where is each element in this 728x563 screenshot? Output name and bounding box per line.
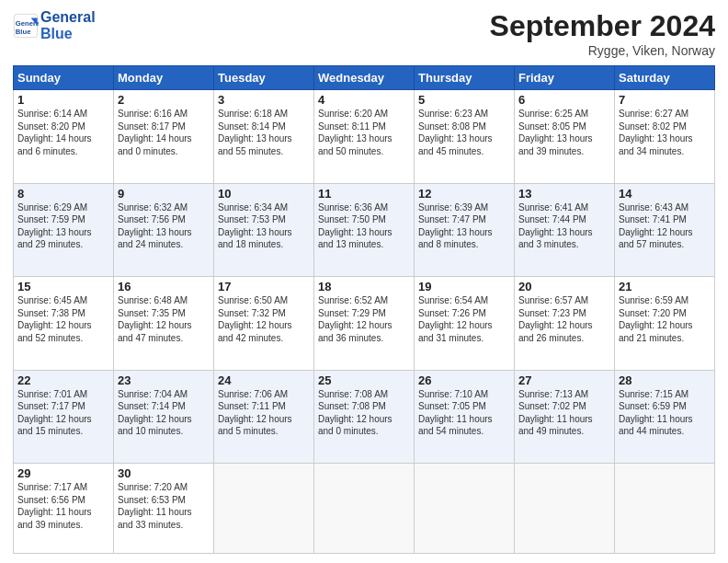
logo-text-general: General	[40, 9, 96, 26]
calendar-cell: 3Sunrise: 6:18 AMSunset: 8:14 PMDaylight…	[214, 90, 314, 184]
col-header-saturday: Saturday	[615, 66, 715, 90]
calendar-cell: 27Sunrise: 7:13 AMSunset: 7:02 PMDayligh…	[515, 370, 615, 464]
calendar-cell: 20Sunrise: 6:57 AMSunset: 7:23 PMDayligh…	[515, 277, 615, 371]
col-header-monday: Monday	[114, 66, 214, 90]
col-header-sunday: Sunday	[14, 66, 114, 90]
calendar-cell: 12Sunrise: 6:39 AMSunset: 7:47 PMDayligh…	[415, 183, 515, 277]
day-number: 9	[118, 187, 210, 201]
calendar-cell: 1Sunrise: 6:14 AMSunset: 8:20 PMDaylight…	[14, 90, 114, 184]
cell-info: Sunrise: 6:36 AMSunset: 7:50 PMDaylight:…	[318, 201, 410, 251]
cell-info: Sunrise: 7:15 AMSunset: 6:59 PMDaylight:…	[619, 388, 711, 438]
calendar-cell: 17Sunrise: 6:50 AMSunset: 7:32 PMDayligh…	[214, 277, 314, 371]
day-number: 3	[218, 93, 310, 107]
day-number: 22	[17, 373, 109, 387]
day-number: 25	[318, 373, 410, 387]
cell-info: Sunrise: 6:41 AMSunset: 7:44 PMDaylight:…	[518, 201, 610, 251]
cell-info: Sunrise: 6:25 AMSunset: 8:05 PMDaylight:…	[518, 108, 610, 157]
calendar-cell: 22Sunrise: 7:01 AMSunset: 7:17 PMDayligh…	[14, 370, 114, 464]
cell-info: Sunrise: 6:20 AMSunset: 8:11 PMDaylight:…	[318, 108, 410, 157]
calendar-cell: 28Sunrise: 7:15 AMSunset: 6:59 PMDayligh…	[615, 370, 715, 464]
calendar-cell: 14Sunrise: 6:43 AMSunset: 7:41 PMDayligh…	[615, 183, 715, 277]
col-header-thursday: Thursday	[415, 66, 515, 90]
calendar-cell: 18Sunrise: 6:52 AMSunset: 7:29 PMDayligh…	[314, 277, 415, 371]
calendar-cell: 21Sunrise: 6:59 AMSunset: 7:20 PMDayligh…	[615, 277, 715, 371]
cell-info: Sunrise: 6:32 AMSunset: 7:56 PMDaylight:…	[118, 201, 210, 251]
day-number: 27	[518, 373, 610, 387]
cell-info: Sunrise: 6:34 AMSunset: 7:53 PMDaylight:…	[218, 201, 310, 251]
calendar-cell: 16Sunrise: 6:48 AMSunset: 7:35 PMDayligh…	[114, 277, 214, 371]
day-number: 4	[318, 93, 410, 107]
day-number: 18	[318, 280, 410, 293]
day-number: 21	[619, 280, 711, 293]
calendar-cell: 30Sunrise: 7:20 AMSunset: 6:53 PMDayligh…	[114, 464, 214, 554]
calendar-cell	[415, 464, 515, 554]
cell-info: Sunrise: 6:39 AMSunset: 7:47 PMDaylight:…	[418, 201, 510, 251]
day-number: 28	[619, 373, 711, 387]
day-number: 30	[118, 466, 210, 480]
day-number: 15	[17, 280, 109, 293]
day-number: 8	[17, 187, 109, 201]
calendar-cell: 9Sunrise: 6:32 AMSunset: 7:56 PMDaylight…	[114, 183, 214, 277]
calendar-cell: 4Sunrise: 6:20 AMSunset: 8:11 PMDaylight…	[314, 90, 415, 184]
calendar-cell: 6Sunrise: 6:25 AMSunset: 8:05 PMDaylight…	[515, 90, 615, 184]
cell-info: Sunrise: 6:59 AMSunset: 7:20 PMDaylight:…	[619, 294, 711, 344]
calendar-cell	[314, 464, 415, 554]
day-number: 7	[619, 93, 711, 107]
cell-info: Sunrise: 7:13 AMSunset: 7:02 PMDaylight:…	[518, 388, 610, 438]
cell-info: Sunrise: 7:08 AMSunset: 7:08 PMDaylight:…	[318, 388, 410, 438]
cell-info: Sunrise: 7:20 AMSunset: 6:53 PMDaylight:…	[118, 481, 210, 531]
svg-text:Blue: Blue	[16, 28, 31, 36]
cell-info: Sunrise: 6:50 AMSunset: 7:32 PMDaylight:…	[218, 294, 310, 344]
col-header-wednesday: Wednesday	[314, 66, 415, 90]
day-number: 23	[118, 373, 210, 387]
day-number: 16	[118, 280, 210, 293]
calendar-cell	[214, 464, 314, 554]
cell-info: Sunrise: 7:04 AMSunset: 7:14 PMDaylight:…	[118, 388, 210, 438]
cell-info: Sunrise: 6:29 AMSunset: 7:59 PMDaylight:…	[17, 201, 109, 251]
cell-info: Sunrise: 6:43 AMSunset: 7:41 PMDaylight:…	[619, 201, 711, 251]
col-header-tuesday: Tuesday	[214, 66, 314, 90]
cell-info: Sunrise: 6:45 AMSunset: 7:38 PMDaylight:…	[17, 294, 109, 344]
cell-info: Sunrise: 6:52 AMSunset: 7:29 PMDaylight:…	[318, 294, 410, 344]
day-number: 1	[17, 93, 109, 107]
calendar-cell: 8Sunrise: 6:29 AMSunset: 7:59 PMDaylight…	[14, 183, 114, 277]
logo-text-blue: Blue	[40, 26, 96, 42]
day-number: 26	[418, 373, 510, 387]
day-number: 24	[218, 373, 310, 387]
calendar-header-row: SundayMondayTuesdayWednesdayThursdayFrid…	[14, 66, 715, 90]
day-number: 11	[318, 187, 410, 201]
calendar-table: SundayMondayTuesdayWednesdayThursdayFrid…	[13, 65, 715, 554]
day-number: 20	[518, 280, 610, 293]
day-number: 29	[17, 466, 109, 480]
calendar-cell	[515, 464, 615, 554]
cell-info: Sunrise: 6:18 AMSunset: 8:14 PMDaylight:…	[218, 108, 310, 157]
cell-info: Sunrise: 7:10 AMSunset: 7:05 PMDaylight:…	[418, 388, 510, 438]
header: General Blue General Blue September 2024…	[13, 9, 715, 58]
cell-info: Sunrise: 6:14 AMSunset: 8:20 PMDaylight:…	[17, 108, 109, 157]
calendar-cell: 11Sunrise: 6:36 AMSunset: 7:50 PMDayligh…	[314, 183, 415, 277]
calendar-cell: 15Sunrise: 6:45 AMSunset: 7:38 PMDayligh…	[14, 277, 114, 371]
day-number: 12	[418, 187, 510, 201]
cell-info: Sunrise: 6:27 AMSunset: 8:02 PMDaylight:…	[619, 108, 711, 157]
location-subtitle: Rygge, Viken, Norway	[490, 43, 715, 58]
cell-info: Sunrise: 6:23 AMSunset: 8:08 PMDaylight:…	[418, 108, 510, 157]
calendar-cell: 19Sunrise: 6:54 AMSunset: 7:26 PMDayligh…	[415, 277, 515, 371]
title-block: September 2024 Rygge, Viken, Norway	[490, 9, 715, 58]
cell-info: Sunrise: 7:17 AMSunset: 6:56 PMDaylight:…	[17, 481, 109, 531]
cell-info: Sunrise: 6:54 AMSunset: 7:26 PMDaylight:…	[418, 294, 510, 344]
calendar-cell: 2Sunrise: 6:16 AMSunset: 8:17 PMDaylight…	[114, 90, 214, 184]
calendar-cell: 24Sunrise: 7:06 AMSunset: 7:11 PMDayligh…	[214, 370, 314, 464]
calendar-cell: 7Sunrise: 6:27 AMSunset: 8:02 PMDaylight…	[615, 90, 715, 184]
cell-info: Sunrise: 7:06 AMSunset: 7:11 PMDaylight:…	[218, 388, 310, 438]
day-number: 13	[518, 187, 610, 201]
day-number: 10	[218, 187, 310, 201]
cell-info: Sunrise: 6:48 AMSunset: 7:35 PMDaylight:…	[118, 294, 210, 344]
day-number: 14	[619, 187, 711, 201]
col-header-friday: Friday	[515, 66, 615, 90]
calendar-cell: 26Sunrise: 7:10 AMSunset: 7:05 PMDayligh…	[415, 370, 515, 464]
logo-icon: General Blue	[13, 13, 39, 39]
day-number: 5	[418, 93, 510, 107]
cell-info: Sunrise: 6:57 AMSunset: 7:23 PMDaylight:…	[518, 294, 610, 344]
day-number: 2	[118, 93, 210, 107]
day-number: 19	[418, 280, 510, 293]
